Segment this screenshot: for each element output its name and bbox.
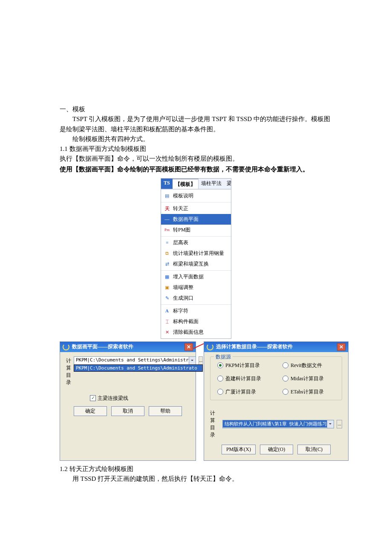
chevron-down-icon[interactable] <box>327 420 334 428</box>
compute-dir-combo[interactable]: PKPM|C:\Documents and Settings\Administr… <box>74 356 196 365</box>
checkbox-label: 主梁连接梁线 <box>98 395 128 402</box>
menu-beam-swap[interactable]: ⇄ 框梁和墙梁互换 <box>161 259 231 269</box>
radio-icon <box>282 389 288 395</box>
toolbar-menu: TS 【模板】 墙柱平法 梁平法 ▤ 模板说明 天 转天正 — 数据画平面 <box>161 178 231 339</box>
compute-dir-value: 结构软件从入门到精通\第1章 快速入门例题练习 <box>223 420 334 428</box>
data-source-group: 数据源 PKPM计算目录 Revit数据文件 盈建科计算目录 Midas计算目录… <box>210 356 342 400</box>
radio-label: Midas计算目录 <box>291 375 324 382</box>
section-1-2-title: 1.2 转天正方式绘制模板图 <box>60 464 332 474</box>
radio-label: PKPM计算目录 <box>225 362 260 369</box>
menu-item-label: 转天正 <box>173 205 188 212</box>
radio-label: Revit数据文件 <box>291 362 322 369</box>
compute-dir-label: 计算目录 <box>210 410 220 439</box>
menu-item-label: 模板说明 <box>173 192 193 199</box>
section-1-1-line1: 执行【数据画平面】命令，可以一次性绘制所有楼层的模板图。 <box>60 154 332 164</box>
section-1-2-line1: 用 TSSD 打开天正画的建筑图，然后执行【转天正】命令。 <box>60 474 332 484</box>
menu-item-label: 标构件截面 <box>173 318 199 325</box>
toolbar-tab-template[interactable]: 【模板】 <box>173 179 199 189</box>
radio-midas[interactable]: Midas计算目录 <box>282 375 335 382</box>
toolbar-ts-badge: TS <box>161 179 173 189</box>
toolbar-tab-wallcol[interactable]: 墙柱平法 <box>199 179 224 189</box>
data-plane-dialog: 数据画平面——探索者软件 ✕ 计算目录 PKPM|C:\Documents an… <box>60 341 196 461</box>
ok-button[interactable]: 确定 <box>74 406 107 416</box>
menu-item-label: 层高表 <box>173 239 188 246</box>
help-button[interactable]: 帮助 <box>149 406 182 416</box>
wall-icon: ▣ <box>164 284 170 290</box>
menu-item-label: 统计墙梁柱计算用钢量 <box>173 250 224 257</box>
radio-icon <box>217 389 223 395</box>
compute-dir-value: PKPM|C:\Documents and Settings\Administr <box>74 357 196 363</box>
stats-icon: ⧉ <box>164 250 170 256</box>
select-data-dir-dialog: 选择计算数据目录——探索者软件 ✕ 数据源 PKPM计算目录 Revit数据文件… <box>204 341 349 461</box>
menu-item-label: 生成洞口 <box>173 295 193 302</box>
cancel-button[interactable]: 取消 <box>111 406 144 416</box>
radio-revit[interactable]: Revit数据文件 <box>282 362 335 369</box>
menu-item-label: 墙端调整 <box>173 284 193 291</box>
menu-gen-opening[interactable]: ✎ 生成洞口 <box>161 293 231 304</box>
radio-icon <box>282 362 288 368</box>
radio-pkpm[interactable]: PKPM计算目录 <box>217 362 270 369</box>
close-button[interactable]: ✕ <box>184 343 193 351</box>
menu-item-label: 数据画平面 <box>173 216 199 223</box>
dialog-app-icon <box>207 344 213 350</box>
level-icon: ≡ <box>164 240 170 246</box>
swap-icon: ⇄ <box>164 261 170 267</box>
pm-version-button[interactable]: PM版本(X) <box>222 445 256 454</box>
info-icon: ▤ <box>164 193 170 199</box>
compute-dir-option[interactable]: PKPM|C:\Documents and Settings\Administr… <box>74 365 202 371</box>
compute-dir-dropdown: PKPM|C:\Documents and Settings\Administr… <box>74 364 203 372</box>
checkbox-icon: ✓ <box>90 395 96 401</box>
cancel-button[interactable]: 取消(C) <box>297 445 331 454</box>
radio-label: 广厦计算目录 <box>225 388 256 396</box>
clear-icon: ✕ <box>164 329 170 335</box>
menu-wall-adjust[interactable]: ▣ 墙端调整 <box>161 282 231 293</box>
main-beam-checkbox[interactable]: ✓ 主梁连接梁线 <box>90 395 190 402</box>
menu-label-section[interactable]: ⌶ 标构件截面 <box>161 316 231 327</box>
radio-yjk[interactable]: 盈建科计算目录 <box>217 375 270 382</box>
opening-icon: ✎ <box>164 295 170 301</box>
radio-icon <box>217 376 223 382</box>
menu-data-plane[interactable]: — 数据画平面 <box>161 214 231 225</box>
menu-clear-section[interactable]: ✕ 清除截面信息 <box>161 327 231 338</box>
compute-dir-combo[interactable]: 结构软件从入门到精通\第1章 快速入门例题练习 <box>222 420 334 428</box>
menu-template-info[interactable]: ▤ 模板说明 <box>161 191 231 201</box>
close-button[interactable]: ✕ <box>337 343 346 351</box>
dialog-title: 数据画平面——探索者软件 <box>72 343 133 350</box>
char-icon: A <box>164 308 170 314</box>
dialog-app-icon <box>63 344 69 350</box>
para-four-ways: 绘制模板图共有四种方式。 <box>60 134 332 144</box>
menu-steel-stats[interactable]: ⧉ 统计墙梁柱计算用钢量 <box>161 248 231 259</box>
radio-icon <box>217 362 223 368</box>
dialog-titlebar: 数据画平面——探索者软件 ✕ <box>60 342 196 352</box>
group-legend: 数据源 <box>214 353 233 361</box>
menu-to-pm[interactable]: Pm 转PM图 <box>161 225 231 235</box>
dialog-title: 选择计算数据目录——探索者软件 <box>216 343 293 350</box>
browse-button[interactable]: ... <box>199 356 203 365</box>
menu-item-label: 框梁和墙梁互换 <box>173 260 209 268</box>
radio-label: 盈建科计算目录 <box>225 375 261 382</box>
radio-icon <box>282 376 288 382</box>
tz-icon: 天 <box>164 205 170 211</box>
section-1-1-line2: 使用【数据画平面】命令绘制的平面模板图已经带有数据，不需要使用本命令重新埋入。 <box>60 164 332 174</box>
toolbar-tab-beam[interactable]: 梁平法 <box>224 179 231 189</box>
menu-item-label: 清除截面信息 <box>173 329 204 336</box>
pm-icon: Pm <box>164 227 170 233</box>
para-intro: TSPT 引入模板图，是为了使用户可以进一步使用 TSPT 和 TSSD 中的功… <box>60 114 332 134</box>
menu-item-label: 埋入平面数据 <box>173 273 204 280</box>
toolbar-tabs: TS 【模板】 墙柱平法 梁平法 <box>161 179 231 189</box>
chevron-down-icon[interactable] <box>189 357 196 364</box>
bury-icon: ▦ <box>164 274 170 280</box>
radio-gsha[interactable]: 广厦计算目录 <box>217 388 270 396</box>
ok-button[interactable]: 确定(O) <box>260 445 293 454</box>
menu-bury-data[interactable]: ▦ 埋入平面数据 <box>161 272 231 282</box>
menu-level-table[interactable]: ≡ 层高表 <box>161 237 231 248</box>
menu-item-label: 标字符 <box>173 307 188 315</box>
menu-label-char[interactable]: A 标字符 <box>161 306 231 316</box>
data-plane-icon: — <box>164 216 170 222</box>
compute-dir-label: 计算目录 <box>66 356 71 386</box>
radio-label: ETabs计算目录 <box>291 388 324 396</box>
menu-to-tz[interactable]: 天 转天正 <box>161 203 231 214</box>
browse-button[interactable]: ... <box>337 420 342 428</box>
section-icon: ⌶ <box>164 318 170 324</box>
radio-etabs[interactable]: ETabs计算目录 <box>282 388 335 396</box>
